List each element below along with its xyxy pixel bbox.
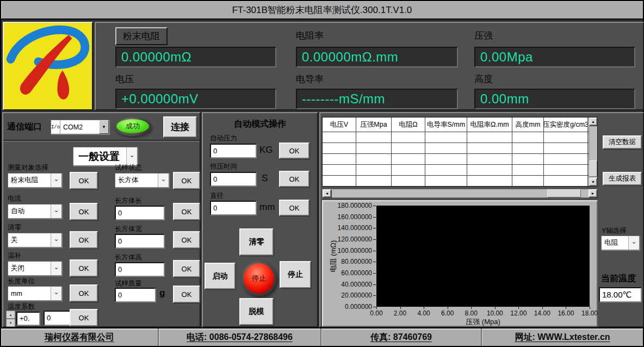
data-table: 电压V压强Mpa电阻Ω电导率S/mm电阻率Ω.mm高度mm压实密度g/cm3 ▲… bbox=[322, 117, 598, 187]
emergency-stop-button[interactable]: 停止 bbox=[244, 263, 274, 294]
length-unit-select[interactable]: mm ⌄ bbox=[8, 286, 62, 301]
demold-button[interactable]: 脱模 bbox=[239, 298, 274, 325]
generate-report-button[interactable]: 生成报表 bbox=[603, 172, 642, 185]
scroll-up-icon[interactable]: ▲ bbox=[589, 117, 597, 126]
chevron-down-icon[interactable]: ⌄ bbox=[628, 236, 639, 250]
hold-time-label: 恒压时间 bbox=[210, 162, 237, 171]
table-column-header[interactable]: 电阻率Ω.mm bbox=[467, 117, 512, 132]
temp-coeff-stepper[interactable]: ▲ ▼ bbox=[6, 311, 15, 327]
chevron-down-icon[interactable]: ⌄ bbox=[51, 287, 61, 300]
zero-value: 关 bbox=[8, 236, 51, 245]
table-column-header[interactable]: 压强Mpa bbox=[356, 117, 392, 132]
clear-data-button[interactable]: 清空数据 bbox=[603, 135, 642, 149]
temp-comp-ok-button[interactable]: OK bbox=[70, 259, 98, 277]
table-body bbox=[323, 132, 589, 186]
emergency-stop-ring: 停止 bbox=[242, 261, 276, 296]
footer-phone: 电话: 0086-0574-27868496 bbox=[159, 329, 321, 346]
temp-coeff-field-2[interactable]: 0 bbox=[44, 311, 72, 326]
current-ok-button[interactable]: OK bbox=[70, 203, 98, 220]
length-unit-ok-button[interactable]: OK bbox=[70, 284, 98, 302]
chart-plot-area bbox=[376, 206, 590, 307]
connection-status-led: 成功 bbox=[114, 117, 151, 136]
resistivity-label: 电阻率 bbox=[296, 29, 324, 42]
measure-object-ok-button[interactable]: OK bbox=[70, 172, 98, 189]
sample-mass-unit: g bbox=[159, 288, 165, 299]
dropdown-arrow-icon[interactable]: ▼ bbox=[99, 120, 109, 134]
table-horizontal-scrollbar[interactable]: ◄ ► bbox=[322, 189, 598, 198]
sample-mass-field[interactable]: 0 bbox=[115, 288, 156, 302]
chevron-down-icon[interactable]: ⌄ bbox=[158, 174, 169, 187]
scroll-right-icon[interactable]: ► bbox=[589, 189, 597, 197]
logo-r-icon bbox=[4, 23, 92, 109]
cuboid-length-ok-button[interactable]: OK bbox=[173, 203, 200, 220]
spin-up-icon[interactable]: ▲ bbox=[6, 311, 15, 319]
app-window: FT-301B智能粉末电阻率测试仪.300.1T.V1.0 粉末电阻 0.000… bbox=[0, 0, 644, 347]
com-port-value: COM2 bbox=[60, 123, 99, 131]
temp-comp-label: 温补 bbox=[8, 251, 21, 261]
x-tick-label: 14.00 bbox=[530, 309, 555, 317]
auto-mode-panel: 自动模式操作 自动压力 0 KG OK 恒压时间 0 S OK 直径 0 mm … bbox=[202, 112, 318, 327]
hold-time-field[interactable]: 0 bbox=[210, 172, 257, 187]
auto-pressure-unit: KG bbox=[259, 145, 273, 156]
start-button[interactable]: 启动 bbox=[205, 263, 236, 289]
auto-pressure-field[interactable]: 0 bbox=[210, 144, 257, 158]
cuboid-length-field[interactable]: 0 bbox=[115, 206, 165, 220]
auto-pressure-ok-button[interactable]: OK bbox=[279, 142, 309, 159]
measure-object-label: 测量对象选择 bbox=[8, 163, 48, 172]
current-select[interactable]: 自动 ⌄ bbox=[8, 204, 62, 219]
chevron-down-icon[interactable]: ⌄ bbox=[51, 205, 61, 218]
chevron-down-icon[interactable]: ⌄ bbox=[51, 174, 61, 187]
table-column-header[interactable]: 电阻Ω bbox=[392, 117, 425, 132]
table-row bbox=[323, 154, 589, 165]
length-unit-value: mm bbox=[8, 290, 51, 298]
temp-coeff-field[interactable]: +0. bbox=[16, 312, 40, 326]
cuboid-width-label: 长方体宽 bbox=[115, 225, 142, 234]
conductivity-display: --------mS/mm bbox=[296, 89, 458, 109]
table-header-row: 电压V压强Mpa电阻Ω电导率S/mm电阻率Ω.mm高度mm压实密度g/cm3 bbox=[323, 117, 589, 132]
settings-panel: 通信端口 I/o COM2 ▼ 成功 连接 一般设置 ⌄ 测量对象选择 粉末电阻… bbox=[2, 112, 201, 327]
cuboid-width-ok-button[interactable]: OK bbox=[173, 231, 200, 249]
zero-ok-button[interactable]: OK bbox=[70, 231, 98, 249]
zero-select[interactable]: 关 ⌄ bbox=[8, 233, 62, 247]
current-value: 自动 bbox=[8, 207, 51, 216]
table-column-header[interactable]: 高度mm bbox=[512, 117, 544, 132]
temp-comp-select[interactable]: 关闭 ⌄ bbox=[8, 261, 62, 276]
measure-object-select[interactable]: 粉末电阻 ⌄ bbox=[8, 173, 62, 188]
spin-down-icon[interactable]: ▼ bbox=[6, 319, 15, 327]
connect-button[interactable]: 连接 bbox=[163, 116, 197, 138]
scroll-left-icon[interactable]: ◄ bbox=[323, 189, 331, 197]
data-panel: 电压V压强Mpa电阻Ω电导率S/mm电阻率Ω.mm高度mm压实密度g/cm3 ▲… bbox=[319, 112, 644, 327]
cuboid-height-field[interactable]: 0 bbox=[115, 262, 165, 277]
table-vertical-scrollbar[interactable]: ▲ ▼ bbox=[589, 117, 597, 186]
chevron-down-icon[interactable]: ⌄ bbox=[51, 262, 61, 275]
horizontal-scroll-thumb[interactable] bbox=[547, 189, 581, 197]
diameter-ok-button[interactable]: OK bbox=[279, 200, 309, 216]
pressure-display: 0.00Mpa bbox=[474, 47, 635, 67]
table-column-header[interactable]: 电压V bbox=[323, 117, 356, 132]
cuboid-height-ok-button[interactable]: OK bbox=[173, 260, 200, 277]
sample-state-ok-button[interactable]: OK bbox=[173, 172, 200, 189]
current-temp-label: 当前温度 bbox=[601, 273, 636, 284]
cuboid-width-field[interactable]: 0 bbox=[115, 234, 165, 249]
sample-state-select[interactable]: 长方体 ⌄ bbox=[115, 173, 169, 188]
comm-port-row: 通信端口 I/o COM2 ▼ 成功 连接 bbox=[3, 113, 200, 141]
diameter-field[interactable]: 0 bbox=[210, 201, 257, 215]
diameter-unit: mm bbox=[259, 202, 275, 213]
hold-time-ok-button[interactable]: OK bbox=[279, 171, 309, 187]
temp-coeff-ok-button[interactable]: OK bbox=[70, 309, 98, 326]
footer-website: 网址: WWW.Lxtester.cn bbox=[482, 329, 643, 346]
chevron-down-icon[interactable]: ⌄ bbox=[51, 233, 61, 247]
table-column-header[interactable]: 压实密度g/cm3 bbox=[544, 117, 588, 132]
scroll-down-icon[interactable]: ▼ bbox=[589, 178, 597, 186]
sample-mass-ok-button[interactable]: OK bbox=[173, 286, 200, 303]
com-port-select[interactable]: I/o COM2 ▼ bbox=[51, 120, 109, 134]
conductivity-label: 电导率 bbox=[296, 73, 324, 85]
stop-button[interactable]: 停止 bbox=[280, 261, 311, 288]
x-tick-label: 6.00 bbox=[435, 309, 460, 317]
table-row bbox=[323, 132, 589, 143]
table-column-header[interactable]: 电导率S/mm bbox=[425, 117, 467, 132]
y-axis-select[interactable]: 电阻 ⌄ bbox=[601, 236, 640, 250]
clear-zero-button[interactable]: 清零 bbox=[239, 228, 274, 256]
status-led-label: 成功 bbox=[116, 119, 149, 133]
vertical-scroll-thumb[interactable] bbox=[589, 160, 597, 177]
